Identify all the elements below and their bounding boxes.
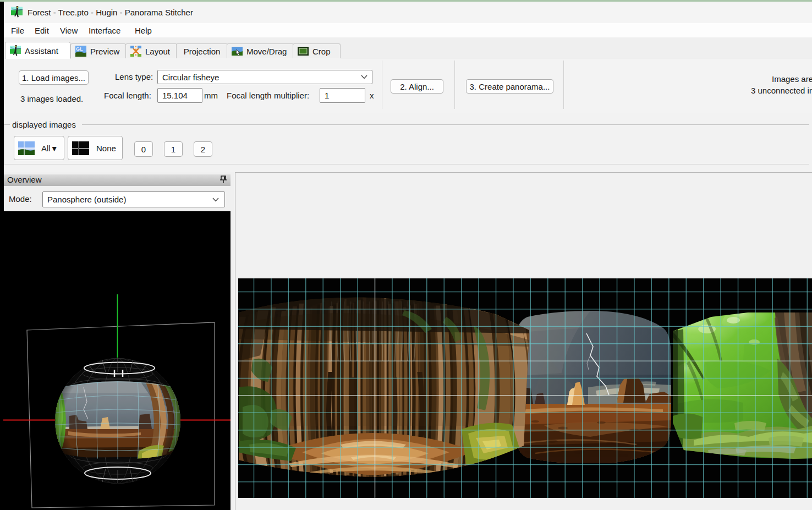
svg-text:GL: GL — [76, 46, 83, 52]
